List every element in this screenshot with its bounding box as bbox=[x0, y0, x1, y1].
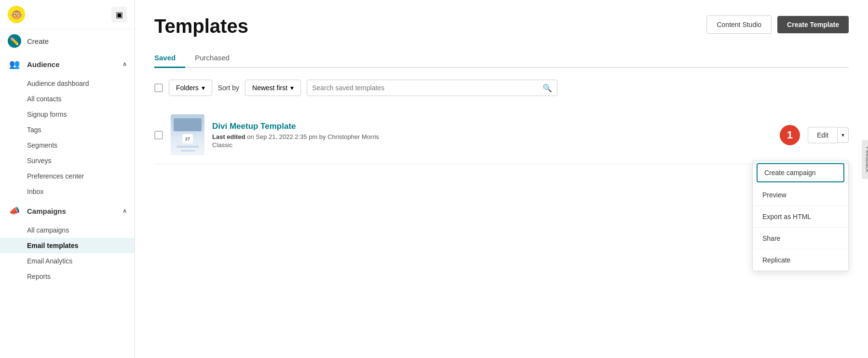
sidebar-item-tags[interactable]: Tags bbox=[0, 122, 135, 138]
sidebar-item-label-create: Create bbox=[27, 37, 49, 45]
thumb-line-1 bbox=[176, 146, 199, 147]
folders-chevron-icon: ▾ bbox=[202, 84, 205, 92]
tab-saved[interactable]: Saved bbox=[154, 49, 185, 68]
thumb-line-2 bbox=[181, 150, 195, 151]
sort-value: Newest first bbox=[252, 84, 287, 92]
template-checkbox[interactable] bbox=[154, 131, 163, 139]
sidebar-item-segments[interactable]: Segments bbox=[0, 138, 135, 153]
sidebar-item-email-templates[interactable]: Email templates bbox=[0, 238, 135, 253]
step-badge: 1 bbox=[780, 125, 800, 145]
sidebar-item-all-campaigns[interactable]: All campaigns bbox=[0, 222, 135, 238]
campaigns-icon: 📣 bbox=[8, 204, 21, 218]
last-edited-date: on Sep 21, 2022 2:35 pm by Christopher M… bbox=[247, 133, 379, 140]
audience-label: Audience bbox=[27, 60, 60, 69]
audience-icon: 👥 bbox=[8, 57, 21, 71]
campaigns-chevron: ∧ bbox=[122, 207, 127, 214]
thumb-image bbox=[174, 118, 202, 131]
template-thumbnail: 27 bbox=[171, 114, 204, 155]
dropdown-menu: Create campaign Preview Export as HTML S… bbox=[752, 161, 849, 271]
dropdown-item-replicate[interactable]: Replicate bbox=[753, 249, 848, 271]
thumb-inner: 27 bbox=[171, 114, 204, 155]
mailchimp-logo[interactable]: 🐵 bbox=[8, 6, 25, 23]
content-studio-button[interactable]: Content Studio bbox=[706, 15, 772, 34]
sidebar-item-all-contacts[interactable]: All contacts bbox=[0, 91, 135, 107]
template-tabs: Saved Purchased bbox=[154, 49, 849, 68]
template-name[interactable]: Divi Meetup Template bbox=[212, 122, 772, 131]
search-wrap: 🔍 bbox=[307, 80, 557, 96]
edit-button[interactable]: Edit bbox=[808, 127, 837, 143]
edit-action-wrap: Edit ▾ Create campaign Preview Export as… bbox=[808, 127, 849, 143]
thumb-date-badge: 27 bbox=[182, 134, 193, 143]
sidebar-item-surveys[interactable]: Surveys bbox=[0, 153, 135, 168]
sort-chevron-icon: ▾ bbox=[290, 84, 294, 92]
folders-label: Folders bbox=[176, 84, 199, 92]
feedback-tab[interactable]: Feedback bbox=[862, 140, 868, 179]
sidebar-toggle[interactable]: ▣ bbox=[111, 7, 127, 22]
sidebar-top: 🐵 ▣ bbox=[0, 0, 135, 29]
tab-purchased[interactable]: Purchased bbox=[195, 49, 239, 68]
audience-chevron: ∧ bbox=[122, 61, 127, 68]
sidebar-item-preferences-center[interactable]: Preferences center bbox=[0, 168, 135, 184]
main-content: Templates Content Studio Create Template… bbox=[135, 0, 868, 358]
sort-by-label: Sort by bbox=[218, 84, 239, 92]
dropdown-item-preview[interactable]: Preview bbox=[753, 184, 848, 206]
dropdown-item-export-html[interactable]: Export as HTML bbox=[753, 206, 848, 228]
search-input[interactable] bbox=[312, 80, 542, 96]
dropdown-item-share[interactable]: Share bbox=[753, 228, 848, 249]
sidebar-section-campaigns[interactable]: 📣 Campaigns ∧ bbox=[0, 199, 135, 222]
sort-dropdown[interactable]: Newest first ▾ bbox=[245, 80, 301, 96]
sidebar-item-email-analytics[interactable]: Email Analytics bbox=[0, 253, 135, 269]
edit-chevron-button[interactable]: ▾ bbox=[837, 127, 849, 143]
template-type: Classic bbox=[212, 141, 772, 149]
toolbar: Folders ▾ Sort by Newest first ▾ 🔍 bbox=[154, 80, 849, 96]
main-area: Templates Content Studio Create Template… bbox=[135, 0, 868, 358]
page-title: Templates bbox=[154, 15, 248, 37]
edit-button-group: Edit ▾ bbox=[808, 127, 849, 143]
toggle-icon: ▣ bbox=[116, 10, 123, 19]
template-meta: Last edited on Sep 21, 2022 2:35 pm by C… bbox=[212, 133, 772, 140]
create-icon: ✏️ bbox=[8, 34, 21, 48]
last-edited-label: Last edited bbox=[212, 133, 245, 140]
sidebar-item-audience-dashboard[interactable]: Audience dashboard bbox=[0, 76, 135, 91]
sidebar-item-inbox[interactable]: Inbox bbox=[0, 184, 135, 199]
dropdown-item-create-campaign[interactable]: Create campaign bbox=[757, 163, 844, 182]
create-template-button[interactable]: Create Template bbox=[777, 16, 849, 33]
template-info: Divi Meetup Template Last edited on Sep … bbox=[212, 122, 772, 149]
search-icon[interactable]: 🔍 bbox=[542, 83, 552, 93]
folders-button[interactable]: Folders ▾ bbox=[169, 80, 212, 96]
select-all-checkbox[interactable] bbox=[154, 83, 163, 92]
logo-icon: 🐵 bbox=[11, 9, 23, 20]
sidebar-item-signup-forms[interactable]: Signup forms bbox=[0, 107, 135, 122]
campaigns-sub-items: All campaigns Email templates Email Anal… bbox=[0, 222, 135, 284]
sidebar-section-audience[interactable]: 👥 Audience ∧ bbox=[0, 53, 135, 76]
sidebar-item-create[interactable]: ✏️ Create bbox=[0, 29, 135, 53]
audience-sub-items: Audience dashboard All contacts Signup f… bbox=[0, 76, 135, 199]
campaigns-label: Campaigns bbox=[27, 207, 66, 215]
sidebar-item-reports[interactable]: Reports bbox=[0, 269, 135, 284]
header-actions: Content Studio Create Template bbox=[706, 15, 849, 34]
page-header: Templates Content Studio Create Template bbox=[154, 15, 849, 37]
sidebar: 🐵 ▣ ✏️ Create 👥 Audience ∧ Audience dash… bbox=[0, 0, 135, 358]
template-row: 27 Divi Meetup Template Last edited on S… bbox=[154, 106, 849, 165]
